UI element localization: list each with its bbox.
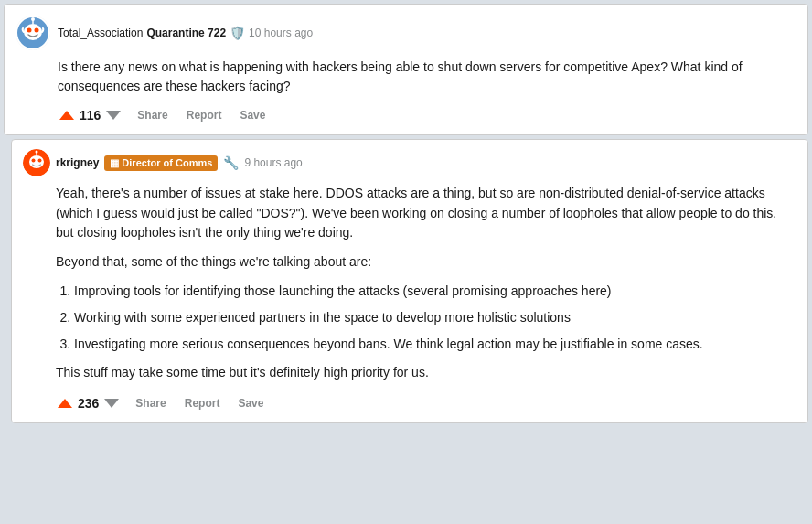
svg-point-3 — [27, 28, 32, 33]
wrench-icon: 🔧 — [223, 155, 239, 170]
comment-paragraph-2: Beyond that, some of the things we're ta… — [56, 252, 796, 273]
report-button[interactable]: Report — [183, 105, 226, 125]
comment-list: Improving tools for identifying those la… — [74, 282, 796, 354]
save-button[interactable]: Save — [236, 105, 269, 125]
comment-paragraph-1: Yeah, there's a number of issues at stak… — [56, 184, 796, 243]
flair-label: Director of Comms — [122, 157, 212, 168]
vote-count: 116 — [80, 108, 101, 123]
comment-vote-bar: 236 Share Report Save — [23, 393, 796, 413]
comment-report-button[interactable]: Report — [181, 393, 224, 413]
comment-downvote-icon — [104, 399, 119, 408]
post-vote-bar: 116 Share Report Save — [16, 105, 796, 125]
vote-section: 116 — [58, 108, 123, 123]
post-meta: Total_AssociationQuarantine 722 🛡️ 10 ho… — [58, 26, 313, 40]
post-body: Is there any news on what is happening w… — [16, 58, 796, 96]
main-post: Total_AssociationQuarantine 722 🛡️ 10 ho… — [4, 4, 808, 135]
list-item: Investigating more serious consequences … — [74, 335, 796, 354]
svg-point-4 — [35, 28, 39, 33]
svg-point-9 — [32, 159, 36, 163]
svg-point-12 — [36, 151, 38, 154]
list-item: Improving tools for identifying those la… — [74, 282, 796, 301]
post-header: Total_AssociationQuarantine 722 🛡️ 10 ho… — [16, 16, 796, 50]
comment-avatar — [23, 149, 50, 176]
avatar — [16, 16, 50, 50]
upvote-button[interactable] — [58, 109, 76, 122]
comment-upvote-button[interactable] — [56, 397, 74, 410]
flair-icon: 🛡️ — [230, 26, 245, 40]
comment-vote-count: 236 — [78, 396, 99, 411]
comment-save-button[interactable]: Save — [234, 393, 267, 413]
username-prefix: Total_Association — [58, 27, 143, 39]
list-item: Working with some experienced partners i… — [74, 308, 796, 327]
comment-timestamp: 9 hours ago — [244, 156, 302, 169]
username-suffix: Quarantine 722 — [146, 27, 226, 39]
comment-share-button[interactable]: Share — [132, 393, 169, 413]
svg-point-10 — [38, 159, 42, 163]
comment-container: rkrigney ▦ Director of Comms 🔧 9 hours a… — [11, 139, 808, 423]
comment-header: rkrigney ▦ Director of Comms 🔧 9 hours a… — [23, 149, 796, 176]
comment-username: rkrigney — [56, 156, 99, 169]
comment-upvote-icon — [58, 399, 72, 408]
director-flair: ▦ Director of Comms — [104, 155, 218, 171]
downvote-icon — [106, 111, 121, 120]
upvote-icon — [59, 111, 74, 120]
post-text: Is there any news on what is happening w… — [58, 59, 743, 93]
comment-paragraph-3: This stuff may take some time but it's d… — [56, 363, 796, 383]
svg-point-2 — [24, 24, 42, 40]
page-wrapper: Total_AssociationQuarantine 722 🛡️ 10 ho… — [0, 0, 812, 431]
post-timestamp: 10 hours ago — [249, 27, 313, 39]
comment-vote-section: 236 — [56, 396, 121, 411]
comment-downvote-button[interactable] — [102, 397, 121, 410]
svg-point-6 — [31, 17, 35, 21]
downvote-button[interactable] — [104, 109, 123, 122]
share-button[interactable]: Share — [134, 105, 171, 125]
flair-grid-icon: ▦ — [110, 157, 119, 169]
comment-body: Yeah, there's a number of issues at stak… — [23, 184, 796, 382]
